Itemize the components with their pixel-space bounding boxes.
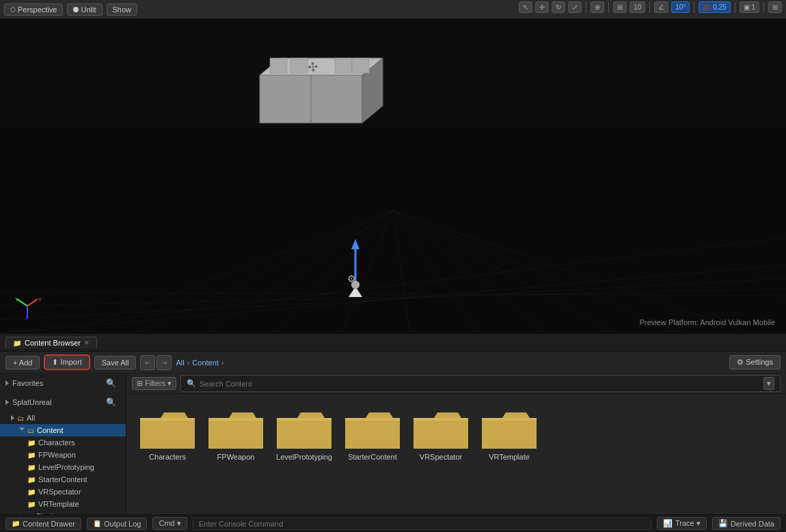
resolution-btn[interactable]: ▣ 1 <box>740 1 759 13</box>
bottom-bar: 📁 Content Drawer 📋 Output Log Cmd ▾ 📊 Tr… <box>0 514 786 532</box>
svg-rect-55 <box>482 419 537 449</box>
settings-button[interactable]: ⚙ Settings <box>729 355 781 369</box>
svg-line-31 <box>27 299 38 306</box>
favorites-section: Favorites 🔍 <box>0 374 126 393</box>
select-tool-btn[interactable]: ↖ <box>519 1 532 13</box>
tab-close-btn[interactable]: ✕ <box>84 339 90 346</box>
svg-rect-52 <box>414 419 468 449</box>
folder-label-characters: Characters <box>149 453 186 461</box>
folder-thumb-fpweapon <box>208 404 263 449</box>
svg-rect-41 <box>140 418 195 421</box>
filters-button[interactable]: ⊞ Filters ▾ <box>132 377 176 390</box>
svg-text:⚙: ⚙ <box>347 273 356 284</box>
nav-back-btn[interactable]: ← <box>140 355 155 370</box>
folders-grid: Characters FPWeapon <box>126 394 786 517</box>
svg-rect-53 <box>414 418 468 421</box>
console-input[interactable] <box>193 518 651 530</box>
rotate-tool-btn[interactable]: ↻ <box>552 1 565 13</box>
tree-item-levelprototyping[interactable]: 📁 LevelPrototyping <box>0 461 126 473</box>
svg-rect-46 <box>277 419 331 449</box>
folder-label-levelprototyping: LevelPrototyping <box>276 453 332 461</box>
folder-label-startercontent: StarterContent <box>348 453 397 461</box>
grid-value-btn[interactable]: 10 <box>629 1 645 13</box>
tree-item-characters[interactable]: 📁 Characters <box>0 436 126 449</box>
viewport-lighting-btn[interactable]: Unlit <box>67 3 102 16</box>
viewport[interactable]: ⬡ Perspective Unlit Show ↖ ✛ ↻ ⤢ ⊕ ⊞ 10 … <box>0 0 786 333</box>
svg-rect-43 <box>208 419 263 449</box>
viewport-layout-btn[interactable]: ⊞ <box>768 1 782 13</box>
viewport-right-toolbar: ↖ ✛ ↻ ⤢ ⊕ ⊞ 10 ∠ 10° 🎥 0.25 ▣ 1 ⊞ <box>519 1 782 13</box>
search-icon: 🔍 <box>187 379 196 388</box>
folder-item-vrtemplate[interactable]: VRTemplate <box>478 404 540 461</box>
nav-buttons: ← → <box>140 355 172 370</box>
search-input[interactable] <box>200 380 760 388</box>
splatunreal-section: SplatUnreal 🔍 🗂 All 🗂 Content <box>0 393 126 522</box>
folder-thumb-levelprototyping <box>277 404 331 449</box>
viewport-toolbar: ⬡ Perspective Unlit Show ↖ ✛ ↻ ⤢ ⊕ ⊞ 10 … <box>0 0 786 19</box>
folder-thumb-startercontent <box>345 404 400 449</box>
content-browser-main: Favorites 🔍 SplatUnreal 🔍 🗂 <box>0 374 786 532</box>
favorites-header[interactable]: Favorites 🔍 <box>0 374 126 393</box>
svg-rect-47 <box>277 418 331 421</box>
nav-forward-btn[interactable]: → <box>157 355 172 370</box>
add-button[interactable]: + Add <box>5 356 40 369</box>
content-drawer-icon: 📁 <box>12 520 20 527</box>
gizmo: ⚙ <box>335 236 376 299</box>
splatunreal-header[interactable]: SplatUnreal 🔍 <box>0 393 126 412</box>
scale-tool-btn[interactable]: ⤢ <box>568 1 582 13</box>
tree-item-startercontent[interactable]: 📁 StarterContent <box>0 473 126 486</box>
svg-text:Z: Z <box>25 316 29 320</box>
viewport-show-btn[interactable]: Show <box>107 3 138 16</box>
tree-item-content[interactable]: 🗂 Content <box>0 424 126 436</box>
svg-rect-21 <box>290 58 308 73</box>
svg-rect-20 <box>270 58 287 73</box>
folder-item-startercontent[interactable]: StarterContent <box>342 404 403 461</box>
folder-item-fpweapon[interactable]: FPWeapon <box>205 404 267 461</box>
angle-snap-btn[interactable]: ∠ <box>654 1 668 13</box>
favorites-search-icon[interactable]: 🔍 <box>102 377 120 389</box>
angle-value-btn[interactable]: 10° <box>671 1 690 13</box>
tree-item-all[interactable]: 🗂 All <box>0 412 126 424</box>
camera-speed-btn[interactable]: 🎥 0.25 <box>699 1 730 13</box>
derived-data-btn[interactable]: 💾 Derived Data <box>712 517 781 530</box>
folder-item-characters[interactable]: Characters <box>137 404 198 461</box>
svg-rect-50 <box>345 418 400 421</box>
content-browser: 📁 Content Browser ✕ + Add ⬆ Import Save … <box>0 333 786 532</box>
trace-btn[interactable]: 📊 Trace ▾ <box>657 517 707 530</box>
folder-item-levelprototyping[interactable]: LevelPrototyping <box>273 404 335 461</box>
derived-data-icon: 💾 <box>718 519 728 528</box>
svg-text:✣: ✣ <box>307 60 319 74</box>
svg-rect-49 <box>345 419 400 449</box>
search-box[interactable]: 🔍 ▾ <box>180 375 781 392</box>
tree-item-fpweapon[interactable]: 📁 FPWeapon <box>0 449 126 461</box>
folder-thumb-characters <box>140 404 195 449</box>
filter-bar: ⊞ Filters ▾ 🔍 ▾ <box>126 374 786 394</box>
world-space-btn[interactable]: ⊕ <box>591 1 604 13</box>
content-triangle <box>19 428 25 434</box>
search-dropdown-btn[interactable]: ▾ <box>763 377 774 390</box>
splatunreal-triangle <box>5 400 9 405</box>
grid-snap-btn[interactable]: ⊞ <box>613 1 627 13</box>
viewport-mode-btn[interactable]: ⬡ Perspective <box>4 3 63 16</box>
move-tool-btn[interactable]: ✛ <box>535 1 549 13</box>
folder-thumb-vrtemplate <box>482 404 537 449</box>
svg-rect-22 <box>335 58 352 73</box>
content-area: ⊞ Filters ▾ 🔍 ▾ <box>126 374 786 532</box>
import-button[interactable]: ⬆ Import <box>44 354 90 370</box>
content-browser-tab[interactable]: 📁 Content Browser ✕ <box>5 337 97 348</box>
splatunreal-search-icon[interactable]: 🔍 <box>102 396 120 408</box>
folder-label-fpweapon: FPWeapon <box>217 453 255 461</box>
output-log-icon: 📋 <box>93 520 101 527</box>
svg-text:Y: Y <box>15 297 18 302</box>
svg-line-32 <box>17 299 27 306</box>
save-all-button[interactable]: Save All <box>94 356 137 369</box>
output-log-btn[interactable]: 📋 Output Log <box>87 518 147 530</box>
tree-item-vrtemplate[interactable]: 📁 VRTemplate <box>0 498 126 510</box>
tree-item-vrspectator[interactable]: 📁 VRSpectator <box>0 486 126 498</box>
cmd-btn[interactable]: Cmd ▾ <box>152 517 187 530</box>
folder-thumb-vrspectator <box>414 404 468 449</box>
content-drawer-btn[interactable]: 📁 Content Drawer <box>5 518 81 530</box>
folder-label-vrtemplate: VRTemplate <box>489 453 530 461</box>
folder-item-vrspectator[interactable]: VRSpectator <box>410 404 472 461</box>
svg-rect-40 <box>140 419 195 449</box>
